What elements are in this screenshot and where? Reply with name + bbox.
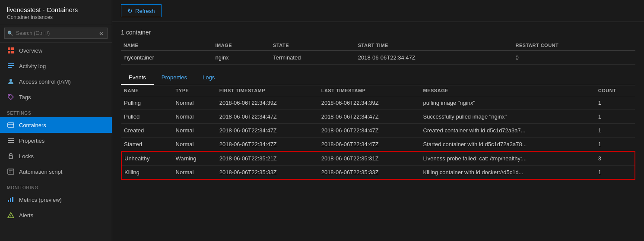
col-header-state: STATE [270,40,355,51]
event-row[interactable]: CreatedNormal2018-06-06T22:34:47Z2018-06… [121,124,635,138]
svg-rect-13 [8,142,14,143]
sidebar-item-label-overview: Overview [19,47,42,54]
container-state: Terminated [270,51,355,65]
col-header-image: IMAGE [213,40,271,51]
alerts-icon [7,211,15,219]
sidebar-item-label-metrics: Metrics (preview) [19,197,62,203]
container-start-time: 2018-06-06T22:34:47Z [355,51,513,65]
sidebar: livenesstest - Containers Container inst… [0,0,112,241]
svg-point-8 [9,95,10,96]
search-icon: 🔍 [7,31,13,36]
sidebar-item-containers[interactable]: Containers [0,117,112,133]
table-row[interactable]: mycontainer nginx Terminated 2018-06-06T… [121,51,635,65]
svg-rect-5 [8,65,14,66]
event-col-first-ts: FIRST TIMESTAMP [217,85,319,96]
event-col-name: NAME [121,85,173,96]
automation-icon [7,168,15,175]
sidebar-item-label-iam: Access control (IAM) [19,78,71,85]
sidebar-item-activity-log[interactable]: Activity log [0,58,112,74]
refresh-icon: ↻ [127,7,133,14]
event-row[interactable]: StartedNormal2018-06-06T22:34:47Z2018-06… [121,138,635,152]
event-col-last-ts: LAST TIMESTAMP [319,85,421,96]
tab-properties[interactable]: Properties [154,71,195,85]
event-col-type: TYPE [173,85,217,96]
sidebar-header: livenesstest - Containers Container inst… [0,0,112,24]
svg-rect-18 [8,200,9,202]
search-wrap: 🔍 [4,28,108,39]
svg-rect-12 [8,140,14,141]
tab-events[interactable]: Events [121,71,154,85]
toolbar: ↻ Refresh [112,0,644,22]
sidebar-item-metrics[interactable]: Metrics (preview) [0,192,112,207]
tabs-row: Events Properties Logs [121,71,635,85]
lock-icon [7,152,15,160]
overview-icon [7,47,15,54]
sidebar-nav: Overview Activity log Access control (IA… [0,43,112,241]
svg-rect-20 [12,197,13,202]
settings-section-label: SETTINGS [0,105,112,117]
event-row[interactable]: UnhealthyWarning2018-06-06T22:35:21Z2018… [121,151,635,166]
search-row: 🔍 « [4,28,108,39]
sidebar-item-automation[interactable]: Automation script [0,164,112,179]
events-section: NAME TYPE FIRST TIMESTAMP LAST TIMESTAMP… [121,85,635,180]
sidebar-item-label-locks: Locks [19,153,34,160]
col-header-name: NAME [121,40,213,51]
iam-icon [7,78,15,85]
sidebar-item-properties[interactable]: Properties [0,133,112,148]
events-table: NAME TYPE FIRST TIMESTAMP LAST TIMESTAMP… [121,85,635,180]
svg-rect-14 [9,156,13,159]
tab-logs[interactable]: Logs [195,71,222,85]
svg-point-23 [10,216,11,217]
sidebar-item-label-tags: Tags [19,94,31,100]
containers-icon [7,121,15,129]
main-content: ↻ Refresh 1 container NAME IMAGE STATE S… [112,0,644,241]
search-input[interactable] [4,28,108,39]
sidebar-item-label-alerts: Alerts [19,212,33,219]
content-area: 1 container NAME IMAGE STATE START TIME … [112,22,644,241]
container-name: mycontainer [121,51,213,65]
container-count: 1 container [121,29,635,36]
svg-rect-1 [11,47,14,50]
log-icon [7,62,15,70]
event-col-message: MESSAGE [421,85,596,96]
container-table: NAME IMAGE STATE START TIME RESTART COUN… [121,40,635,65]
container-restart-count: 0 [513,51,635,65]
svg-rect-3 [11,51,14,53]
tags-icon [7,93,15,101]
svg-rect-9 [8,123,14,127]
svg-rect-4 [8,63,14,64]
sidebar-item-locks[interactable]: Locks [0,148,112,164]
event-row[interactable]: KillingNormal2018-06-06T22:35:33Z2018-06… [121,166,635,180]
properties-icon [7,137,15,144]
metrics-icon [7,196,15,203]
monitoring-section-label: MONITORING [0,179,112,192]
sidebar-item-iam[interactable]: Access control (IAM) [0,74,112,89]
sidebar-search-container: 🔍 « [0,24,112,43]
sidebar-item-overview[interactable]: Overview [0,43,112,58]
sidebar-item-label-automation: Automation script [19,169,62,175]
page-title: livenesstest - Containers [7,6,105,13]
event-col-count: COUNT [596,85,635,96]
svg-rect-2 [8,51,10,53]
col-header-start-time: START TIME [355,40,513,51]
svg-point-7 [10,79,12,81]
sidebar-item-label-properties: Properties [19,138,44,144]
svg-rect-6 [8,67,12,68]
event-row[interactable]: PulledNormal2018-06-06T22:34:47Z2018-06-… [121,110,635,124]
svg-rect-15 [8,169,14,174]
refresh-label: Refresh [135,8,155,14]
refresh-button[interactable]: ↻ Refresh [121,4,162,17]
col-header-restart-count: RESTART COUNT [513,40,635,51]
sidebar-item-label-containers: Containers [19,122,46,128]
svg-rect-0 [8,47,10,50]
container-image: nginx [213,51,271,65]
svg-rect-11 [8,138,14,139]
sidebar-item-tags[interactable]: Tags [0,89,112,105]
sidebar-item-label-activity-log: Activity log [19,63,46,69]
page-subtitle: Container instances [7,14,105,20]
collapse-button[interactable]: « [99,29,103,37]
sidebar-item-alerts[interactable]: Alerts [0,207,112,223]
svg-rect-19 [10,198,11,202]
event-row[interactable]: PullingNormal2018-06-06T22:34:39Z2018-06… [121,96,635,110]
